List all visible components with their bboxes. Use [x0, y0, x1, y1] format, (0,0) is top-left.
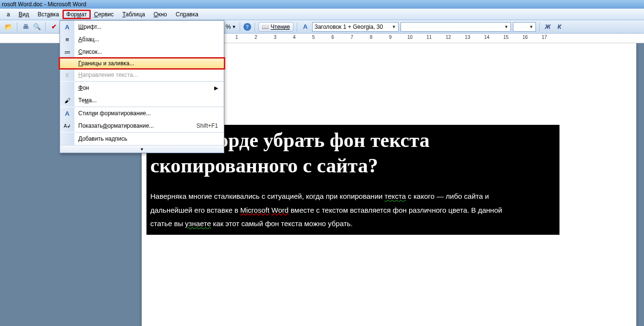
menu-bar: а Вид Вставка Формат Сервис Таблица Окно… [0, 9, 644, 20]
toolbar-separator [45, 22, 46, 32]
bold-button[interactable]: Ж [543, 22, 553, 32]
toolbar-separator [297, 22, 297, 32]
menu-item-file-fragment[interactable]: а [3, 10, 14, 19]
print-icon[interactable]: 🖶 [21, 22, 30, 32]
chevron-down-icon: ▼ [529, 24, 534, 29]
chevron-down-icon: ▼ [504, 24, 509, 29]
styles-icon: A [65, 110, 69, 117]
menu-item-view[interactable]: Вид [15, 10, 33, 19]
menu-item-list[interactable]: ≔ Список... [60, 46, 224, 58]
menu-item-paragraph[interactable]: ≡ Абзац... [60, 33, 224, 46]
spellcheck-icon[interactable]: ✔ [49, 22, 59, 32]
menu-item-format[interactable]: Формат [62, 10, 91, 19]
toolbar-separator [240, 22, 240, 32]
styles-panel-icon[interactable]: A [301, 22, 310, 32]
menu-item-theme[interactable]: 🖌 Тема... [60, 94, 224, 107]
toolbar-separator [17, 22, 17, 32]
list-icon: ≔ [64, 48, 71, 56]
menu-item-insert[interactable]: Вставка [34, 10, 63, 19]
menu-item-text-direction[interactable]: ll Направление текста... [60, 69, 224, 81]
open-icon[interactable]: 📂 [4, 22, 13, 32]
title-bar: rosoft Word.doc - Microsoft Word [0, 0, 644, 9]
help-icon[interactable]: ? [243, 23, 251, 31]
menu-item-font[interactable]: A Шрифт... [60, 21, 224, 33]
print-preview-icon[interactable]: 🔍 [32, 22, 42, 32]
menu-item-window[interactable]: Окно [150, 10, 171, 19]
font-icon: A [65, 24, 69, 31]
menu-item-help[interactable]: Справка [172, 10, 202, 19]
style-selector[interactable]: Заголовок 1 + Georgia, 30 ▼ [312, 22, 399, 32]
text-direction-icon: ll [66, 72, 69, 79]
format-menu-dropdown: A Шрифт... ≡ Абзац... ≔ Список... Границ… [60, 20, 224, 153]
menu-item-add-textbox[interactable]: Добавить надпись [60, 133, 224, 145]
font-size-selector[interactable]: ▼ [513, 22, 536, 32]
reading-label: Чтение [271, 24, 290, 30]
menu-item-borders-shading[interactable]: Границы и заливка... [59, 57, 225, 70]
paragraph-icon: ≡ [65, 36, 69, 43]
menu-expand-button[interactable]: ▾ [60, 145, 224, 153]
zoom-value: % [226, 24, 231, 30]
window-title: rosoft Word.doc - Microsoft Word [2, 1, 86, 8]
book-icon: 📖 [262, 24, 269, 30]
toolbar-separator [255, 22, 255, 32]
theme-icon: 🖌 [64, 97, 71, 104]
menu-shortcut: Shift+F1 [196, 120, 224, 132]
chevron-down-icon: ▼ [232, 24, 236, 29]
toolbar-separator [539, 22, 540, 32]
menu-item-background[interactable]: Фон ▶ [60, 82, 224, 94]
reveal-formatting-icon: A↲ [64, 123, 71, 129]
document-body[interactable]: Наверняка многие сталкивались с ситуацие… [150, 190, 556, 231]
zoom-dropdown[interactable]: % ▼ [226, 24, 236, 30]
italic-button[interactable]: К [555, 22, 564, 32]
submenu-arrow-icon: ▶ [214, 82, 224, 94]
menu-item-styles[interactable]: A Стили и форматирование... [60, 107, 224, 120]
chevron-down-icon: ▼ [392, 24, 396, 29]
menu-item-tools[interactable]: Сервис [90, 10, 118, 19]
font-selector[interactable]: ▼ [401, 22, 511, 32]
style-value: Заголовок 1 + Georgia, 30 [315, 24, 383, 30]
reading-mode-button[interactable]: 📖 Чтение [258, 22, 293, 32]
chevron-down-icon: ▾ [141, 146, 143, 152]
menu-item-table[interactable]: Таблица [119, 10, 149, 19]
menu-item-reveal-formatting[interactable]: A↲ Показать форматирование... Shift+F1 [60, 120, 224, 132]
